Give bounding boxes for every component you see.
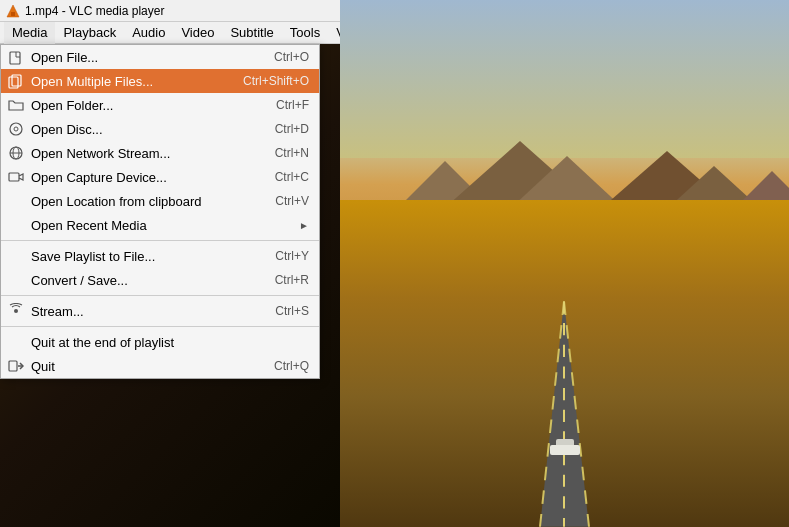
separator-2 <box>1 295 319 296</box>
svg-point-15 <box>14 309 18 313</box>
menu-item-stream[interactable]: Stream... Ctrl+S <box>1 299 319 323</box>
menu-audio[interactable]: Audio <box>124 22 173 44</box>
svg-point-10 <box>14 127 18 131</box>
menu-item-open-network[interactable]: Open Network Stream... Ctrl+N <box>1 141 319 165</box>
save-playlist-icon <box>7 247 25 265</box>
open-capture-icon <box>7 168 25 186</box>
open-file-icon <box>7 48 25 66</box>
menu-item-open-disc[interactable]: Open Disc... Ctrl+D <box>1 117 319 141</box>
menu-subtitle[interactable]: Subtitle <box>222 22 281 44</box>
car <box>550 439 580 455</box>
menu-item-open-recent[interactable]: Open Recent Media ► <box>1 213 319 237</box>
menu-item-open-multiple[interactable]: Open Multiple Files... Ctrl+Shift+O <box>1 69 319 93</box>
menu-media[interactable]: Media <box>4 22 55 44</box>
open-disc-icon <box>7 120 25 138</box>
stream-icon <box>7 302 25 320</box>
menu-item-quit-end[interactable]: Quit at the end of playlist <box>1 330 319 354</box>
svg-rect-16 <box>9 361 17 371</box>
separator-3 <box>1 326 319 327</box>
title-text: 1.mp4 - VLC media player <box>25 4 164 18</box>
menu-item-open-file[interactable]: Open File... Ctrl+O <box>1 45 319 69</box>
quit-icon <box>7 357 25 375</box>
vlc-icon <box>6 4 20 18</box>
menu-video[interactable]: Video <box>173 22 222 44</box>
convert-icon <box>7 271 25 289</box>
submenu-arrow-icon: ► <box>299 220 309 231</box>
media-dropdown-menu: Open File... Ctrl+O Open Multiple Files.… <box>0 44 320 379</box>
svg-point-9 <box>10 123 22 135</box>
menu-item-save-playlist[interactable]: Save Playlist to File... Ctrl+Y <box>1 244 319 268</box>
menu-item-open-folder[interactable]: Open Folder... Ctrl+F <box>1 93 319 117</box>
quit-end-icon <box>7 333 25 351</box>
open-recent-icon <box>7 216 25 234</box>
menu-item-open-capture[interactable]: Open Capture Device... Ctrl+C <box>1 165 319 189</box>
open-multiple-icon <box>7 72 25 90</box>
menu-playback[interactable]: Playback <box>55 22 124 44</box>
menu-item-open-clipboard[interactable]: Open Location from clipboard Ctrl+V <box>1 189 319 213</box>
svg-rect-1 <box>11 12 15 16</box>
ground <box>340 200 789 527</box>
open-clipboard-icon <box>7 192 25 210</box>
menu-item-convert[interactable]: Convert / Save... Ctrl+R <box>1 268 319 292</box>
svg-rect-6 <box>10 52 20 64</box>
menu-item-quit[interactable]: Quit Ctrl+Q <box>1 354 319 378</box>
open-network-icon <box>7 144 25 162</box>
svg-rect-14 <box>9 173 19 181</box>
open-folder-icon <box>7 96 25 114</box>
menu-tools[interactable]: Tools <box>282 22 328 44</box>
video-area <box>340 0 789 527</box>
separator-1 <box>1 240 319 241</box>
